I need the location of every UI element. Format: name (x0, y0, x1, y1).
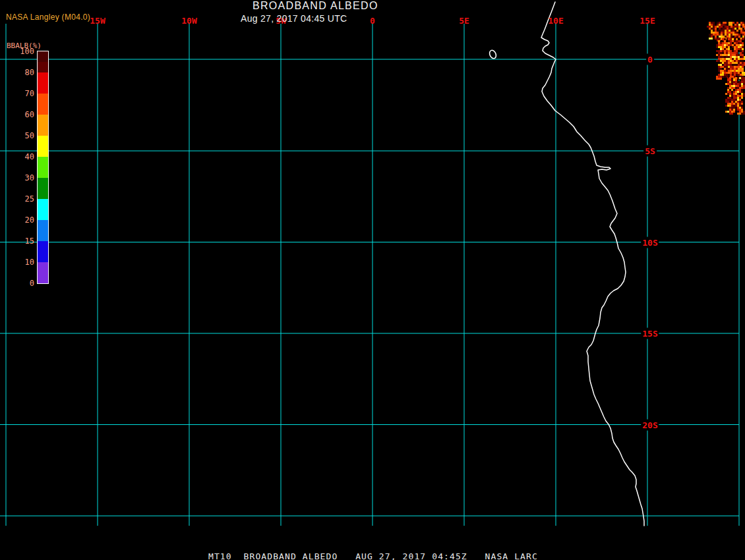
lat-label-0: 0 (646, 54, 654, 65)
legend-color-segment (38, 262, 48, 283)
legend-tick-100: 100 (0, 47, 34, 56)
legend-color-segment (38, 72, 48, 94)
lon-label-10W: 10W (181, 16, 196, 26)
lat-label-15S: 15S (641, 328, 659, 339)
legend-tick-50: 50 (0, 131, 34, 140)
legend-colorbar (37, 51, 49, 284)
lon-label-5E: 5E (459, 16, 469, 26)
legend-color-segment (38, 199, 48, 220)
lat-label-5S: 5S (643, 146, 657, 157)
legend-tick-30: 30 (0, 173, 34, 182)
legend-tick-60: 60 (0, 110, 34, 119)
albedo-map-viewport: NASA Langley (M04.0) BROADBAND ALBEDO Au… (0, 0, 745, 560)
africa-coastline (541, 2, 644, 526)
albedo-data-patch (707, 20, 745, 115)
legend-color-segment (38, 178, 48, 199)
legend-tick-10: 10 (0, 258, 34, 267)
lat-label-20S: 20S (641, 419, 659, 430)
latlon-grid (0, 24, 739, 526)
legend-tick-0: 0 (0, 279, 34, 288)
lon-label-15E: 15E (640, 16, 655, 26)
legend-tick-70: 70 (0, 89, 34, 98)
lat-label-10S: 10S (641, 237, 659, 248)
legend-color-segment (38, 157, 48, 178)
legend-color-segment (38, 241, 48, 262)
map-timestamp: Aug 27, 2017 04:45 UTC (241, 13, 347, 24)
legend-color-segment (38, 62, 48, 72)
footer-caption: MT10 BROADBAND ALBEDO AUG 27, 2017 04:45… (208, 551, 538, 560)
legend-color-segment (38, 115, 48, 136)
lon-label-15W: 15W (90, 16, 105, 26)
legend-color-segment (38, 94, 48, 115)
map-title: BROADBAND ALBEDO (253, 0, 378, 12)
map-grid-and-coastline (0, 0, 745, 560)
legend-color-segment (38, 220, 48, 241)
legend-tick-15: 15 (0, 237, 34, 246)
product-version-label: NASA Langley (M04.0) (6, 13, 90, 22)
legend-color-segment (38, 136, 48, 157)
legend-color-segment (38, 51, 48, 62)
legend-tick-25: 25 (0, 194, 34, 204)
legend-tick-80: 80 (0, 68, 34, 77)
sao-tome-island-outline (489, 49, 498, 60)
legend-tick-20: 20 (0, 215, 34, 225)
lon-label-10E: 10E (548, 16, 563, 26)
legend-tick-40: 40 (0, 152, 34, 161)
lon-label-0: 0 (370, 16, 375, 26)
